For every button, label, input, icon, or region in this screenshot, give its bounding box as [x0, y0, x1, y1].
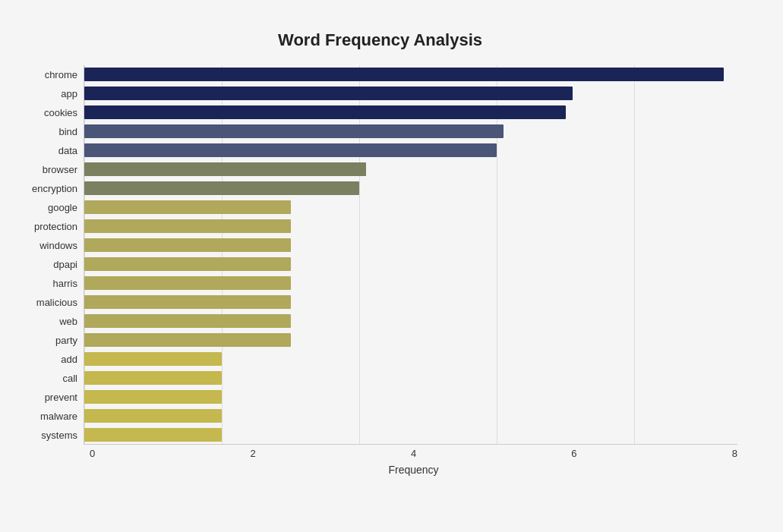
bar-row-malicious [84, 292, 737, 311]
x-tick-0: 0 [90, 448, 95, 459]
bar-row-app [84, 84, 737, 103]
bar-row-bind [84, 122, 737, 141]
y-label-party: party [55, 335, 77, 345]
bar-browser [84, 162, 366, 176]
y-label-bind: bind [58, 127, 77, 137]
bar-encryption [84, 181, 359, 195]
bar-web [84, 314, 291, 328]
bar-row-systems [84, 425, 737, 444]
bar-google [84, 200, 291, 214]
x-axis: 02468 Frequency [90, 445, 737, 476]
y-label-data: data [58, 146, 77, 156]
bars-and-grid [84, 65, 737, 445]
y-label-app: app [61, 89, 77, 99]
y-label-malware: malware [40, 411, 77, 421]
bar-row-malware [84, 406, 737, 425]
bar-row-web [84, 311, 737, 330]
y-label-systems: systems [41, 430, 77, 440]
y-label-cookies: cookies [44, 108, 77, 118]
bar-row-chrome [84, 65, 737, 84]
y-label-web: web [59, 316, 77, 326]
bar-row-windows [84, 236, 737, 255]
bar-prevent [84, 390, 222, 404]
bar-row-google [84, 198, 737, 217]
bar-protection [84, 219, 291, 233]
y-label-malicious: malicious [36, 297, 77, 307]
bar-row-dpapi [84, 255, 737, 274]
y-label-call: call [62, 373, 77, 383]
bar-row-call [84, 368, 737, 387]
y-label-protection: protection [34, 222, 77, 231]
bar-add [84, 352, 222, 366]
bar-bind [84, 124, 504, 138]
chart-container: Word Frequency Analysis chromeappcookies… [15, 15, 768, 532]
bar-systems [84, 428, 222, 442]
x-tick-8: 8 [732, 448, 737, 459]
bar-party [84, 333, 291, 347]
y-labels: chromeappcookiesbinddatabrowserencryptio… [23, 65, 84, 445]
x-tick-4: 4 [411, 448, 416, 459]
y-label-browser: browser [43, 165, 77, 175]
bar-malware [84, 409, 222, 423]
bar-row-browser [84, 160, 737, 179]
bar-row-cookies [84, 103, 737, 122]
bar-harris [84, 276, 291, 290]
chart-area: chromeappcookiesbinddatabrowserencryptio… [23, 65, 737, 476]
bar-malicious [84, 295, 291, 309]
bar-row-party [84, 330, 737, 349]
x-tick-6: 6 [571, 448, 576, 459]
y-label-chrome: chrome [45, 70, 77, 80]
bar-row-harris [84, 273, 737, 292]
bar-windows [84, 238, 291, 252]
bars-section: chromeappcookiesbinddatabrowserencryptio… [23, 65, 737, 445]
x-axis-label: Frequency [388, 464, 438, 476]
bar-dpapi [84, 257, 291, 271]
y-label-harris: harris [52, 279, 77, 288]
y-label-windows: windows [39, 241, 77, 250]
bar-chrome [84, 68, 724, 81]
bar-row-add [84, 349, 737, 368]
bar-row-protection [84, 217, 737, 236]
bar-app [84, 87, 573, 100]
chart-title: Word Frequency Analysis [23, 30, 737, 50]
bar-data [84, 143, 497, 157]
bar-row-prevent [84, 387, 737, 406]
bar-row-encryption [84, 179, 737, 198]
x-tick-2: 2 [250, 448, 255, 459]
x-ticks: 02468 [90, 445, 737, 461]
bar-cookies [84, 105, 566, 119]
y-label-dpapi: dpapi [53, 260, 77, 269]
y-label-prevent: prevent [45, 392, 77, 402]
bar-call [84, 371, 222, 385]
y-label-google: google [48, 203, 77, 212]
bar-row-data [84, 141, 737, 160]
y-label-encryption: encryption [32, 184, 77, 194]
y-label-add: add [61, 354, 77, 364]
